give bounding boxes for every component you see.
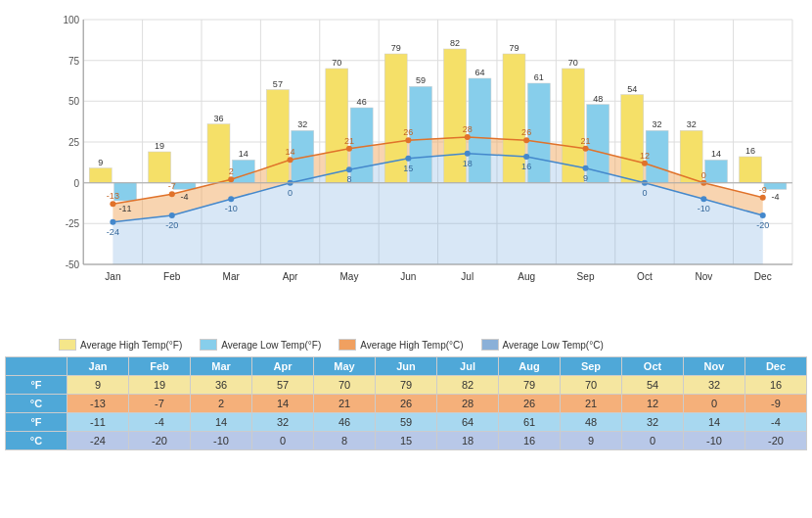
chart-area: 1007550250-25-5091936577079827970543216-… [0,0,812,333]
cell-high-c-dec: -9 [745,395,807,413]
svg-text:-10: -10 [698,204,710,213]
svg-point-75 [110,201,115,207]
cell-low-f-mar: 14 [191,413,252,432]
cell-low-c-jul: 18 [437,432,499,450]
table-header-mar: Mar [191,357,252,376]
svg-rect-35 [326,69,348,183]
svg-text:36: 36 [213,114,223,123]
svg-text:-20: -20 [756,220,769,230]
svg-text:100: 100 [63,15,79,25]
svg-text:14: 14 [711,149,721,159]
svg-text:0: 0 [701,170,706,180]
cell-low-c-jun: 15 [376,432,437,450]
cell-high-f-jan: 9 [68,376,129,395]
legend-item-low-f: Average Low Temp(°F) [200,339,321,351]
svg-text:19: 19 [155,141,164,151]
table-header-oct: Oct [622,357,684,376]
cell-high-c-may: 21 [314,395,376,413]
svg-point-103 [228,196,234,202]
cell-low-f-oct: 32 [622,413,684,432]
svg-text:-13: -13 [107,191,119,201]
svg-text:82: 82 [450,38,460,48]
svg-point-85 [405,137,411,143]
svg-text:9: 9 [98,158,103,167]
svg-text:-4: -4 [771,192,779,202]
cell-low-c-mar: -10 [191,432,252,450]
svg-text:0: 0 [288,188,293,198]
svg-text:Aug: Aug [518,271,535,282]
svg-text:79: 79 [509,43,519,53]
table-row-low-f: °F-11-4143246596461483214-4 [6,413,807,432]
cell-high-c-apr: 14 [252,395,314,413]
cell-low-f-jun: 59 [376,413,437,432]
row-label-low-c: °C [6,432,68,450]
cell-high-f-feb: 19 [129,376,191,395]
svg-rect-47 [680,130,702,182]
svg-text:16: 16 [745,146,755,156]
svg-rect-53 [173,183,196,190]
legend-color-high-f [59,339,76,351]
svg-text:16: 16 [521,162,531,171]
svg-point-89 [523,137,529,143]
svg-text:-24: -24 [107,227,119,237]
svg-text:-50: -50 [66,259,80,270]
svg-text:-20: -20 [165,220,178,230]
svg-point-119 [700,196,706,202]
svg-text:59: 59 [416,75,426,85]
table-row-low-c: °C-24-20-100815181690-10-20 [6,432,807,450]
svg-text:Jan: Jan [105,271,120,282]
cell-low-c-sep: 9 [561,432,622,450]
table-header-empty [6,357,68,376]
svg-point-97 [760,195,766,201]
svg-text:0: 0 [642,188,647,198]
svg-text:May: May [339,271,358,282]
svg-text:Jul: Jul [461,271,474,282]
table-header-sep: Sep [561,357,622,376]
svg-text:64: 64 [474,68,484,77]
svg-text:-25: -25 [66,218,80,229]
legend-label-high-f: Average High Temp(°F) [80,340,182,351]
main-container: 1007550250-25-5091936577079827970543216-… [0,0,812,518]
svg-rect-33 [266,90,289,183]
cell-low-f-dec: -4 [745,413,807,432]
table-header-apr: Apr [252,357,314,376]
svg-text:0: 0 [74,178,80,189]
cell-high-f-jul: 82 [437,376,499,395]
svg-text:Nov: Nov [695,271,712,282]
legend-color-low-c [481,339,499,351]
svg-point-121 [760,212,766,218]
row-label-low-f: °F [6,413,68,432]
svg-text:-9: -9 [759,185,767,195]
svg-text:-11: -11 [119,204,132,213]
svg-text:70: 70 [568,58,578,68]
cell-high-c-jul: 28 [437,395,499,413]
cell-high-f-sep: 70 [561,376,622,395]
svg-text:Oct: Oct [637,271,653,282]
cell-high-f-may: 70 [314,376,376,395]
svg-point-115 [583,165,589,171]
svg-point-107 [346,166,352,172]
table-row-high-f: °F91936577079827970543216 [6,376,807,395]
cell-high-c-aug: 26 [499,395,561,413]
svg-point-109 [405,156,411,162]
cell-high-f-mar: 36 [191,376,252,395]
svg-text:14: 14 [239,149,248,159]
svg-point-93 [642,161,648,166]
svg-text:28: 28 [463,124,473,134]
cell-high-c-sep: 21 [561,395,622,413]
svg-text:15: 15 [403,164,413,173]
cell-high-c-mar: 2 [191,395,252,413]
svg-text:57: 57 [273,79,283,89]
cell-high-f-jun: 79 [376,376,437,395]
cell-low-c-aug: 16 [499,432,561,450]
cell-high-c-feb: -7 [129,395,191,413]
table-header-jun: Jun [376,357,437,376]
svg-point-77 [169,191,175,197]
cell-low-f-jul: 64 [437,413,499,432]
svg-rect-71 [705,160,728,182]
cell-high-c-jun: 26 [376,395,437,413]
svg-text:-10: -10 [225,204,238,213]
svg-point-87 [465,134,471,140]
legend: Average High Temp(°F) Average Low Temp(°… [0,333,812,356]
cell-low-c-jan: -24 [68,432,129,450]
